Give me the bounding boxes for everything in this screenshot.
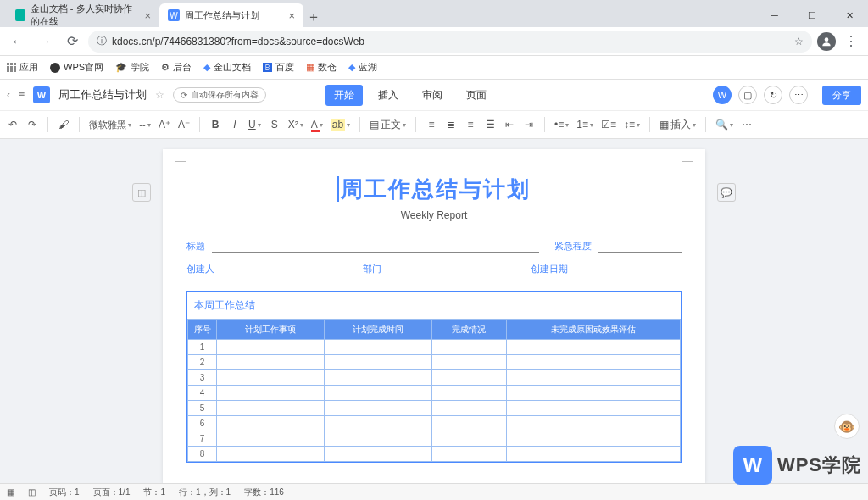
tab-review[interactable]: 审阅 [414,85,451,106]
cell[interactable] [324,370,431,386]
increase-font-button[interactable]: A⁺ [159,119,170,131]
browser-menu-button[interactable]: ⋮ [841,33,861,49]
bookmark-item[interactable]: 🎓学院 [115,61,149,74]
cell[interactable] [506,386,680,401]
highlight-button[interactable]: ab▾ [331,119,350,131]
align-left-button[interactable]: ≡ [426,119,437,131]
line-spacing-button[interactable]: ↕≡▾ [624,119,640,131]
page-subtitle[interactable]: Weekly Report [186,209,682,221]
history-icon[interactable]: ↻ [764,86,782,104]
cell[interactable] [431,340,506,355]
cell[interactable] [217,386,325,401]
font-family-select[interactable]: 微软雅黑▾ [89,119,131,131]
underline-button[interactable]: U▾ [248,119,261,131]
field-input[interactable] [221,264,348,275]
share-button[interactable]: 分享 [822,86,861,105]
browser-tab-0[interactable]: 金山文档 - 多人实时协作的在线 × [7,3,159,27]
section-weekly-summary[interactable]: 本周工作总结 序号 计划工作事项 计划完成时间 完成情况 未完成原因或效果评估 … [186,291,682,463]
table-row[interactable]: 7 [188,431,681,447]
cell[interactable] [324,431,431,447]
more-icon[interactable]: ⋯ [789,86,808,104]
bookmark-item[interactable]: 🅱百度 [263,61,294,74]
cell[interactable] [506,431,680,447]
cell[interactable] [506,401,680,416]
align-right-button[interactable]: ≡ [465,119,476,131]
forward-button[interactable]: → [34,31,56,53]
cell[interactable] [324,401,431,416]
reload-button[interactable]: ⟳ [61,31,83,53]
view-mode-icon[interactable]: ▦ [7,487,14,497]
bold-button[interactable]: B [209,119,221,131]
back-chevron-icon[interactable]: ‹ [7,89,10,101]
close-icon[interactable]: × [288,9,295,22]
cell[interactable] [217,340,325,355]
field-input[interactable] [388,264,515,275]
favorite-star-icon[interactable]: ☆ [155,89,164,101]
numbered-list-button[interactable]: 1≡▾ [576,119,593,131]
decrease-font-button[interactable]: A⁻ [178,119,190,131]
tab-start[interactable]: 开始 [326,85,363,106]
redo-button[interactable]: ↷ [26,119,38,131]
bookmark-item[interactable]: ▦数仓 [306,61,337,74]
outline-toggle-icon[interactable]: ◫ [132,183,151,202]
maximize-button[interactable]: ☐ [793,3,831,27]
status-word-count[interactable]: 字数：116 [244,486,284,498]
cell[interactable] [431,416,506,431]
paragraph-style-select[interactable]: ▤ 正文▾ [370,118,406,132]
table-row[interactable]: 2 [188,355,681,370]
cell[interactable] [431,401,506,416]
table-row[interactable]: 1 [188,340,681,355]
format-painter-button[interactable]: 🖌 [58,119,70,131]
table-row[interactable]: 6 [188,416,681,431]
table-row[interactable]: 8 [188,447,681,462]
profile-avatar[interactable] [817,32,836,51]
cell[interactable] [506,416,680,431]
cell[interactable] [217,355,325,370]
minimize-button[interactable]: ─ [756,3,793,27]
menu-icon[interactable]: ≡ [19,89,25,101]
superscript-button[interactable]: X²▾ [288,119,303,131]
summary-table[interactable]: 序号 计划工作事项 计划完成时间 完成情况 未完成原因或效果评估 1234567… [187,319,681,462]
wps-logo-icon[interactable]: W [713,86,732,104]
comment-toggle-icon[interactable]: 💬 [717,183,736,202]
browser-tab-1[interactable]: W 周工作总结与计划 × [159,3,303,27]
cell[interactable] [217,416,325,431]
checklist-button[interactable]: ☑≡ [601,119,616,131]
bookmark-star-icon[interactable]: ☆ [794,36,804,47]
back-button[interactable]: ← [7,31,29,53]
cell[interactable] [324,386,431,401]
tab-page[interactable]: 页面 [458,85,495,106]
cell[interactable] [324,447,431,462]
cell[interactable] [506,447,680,462]
new-tab-button[interactable]: ＋ [303,7,324,27]
cell[interactable] [431,370,506,386]
close-window-button[interactable]: ✕ [831,3,868,27]
status-page-nav[interactable]: 页码：1 [49,486,80,498]
form-area[interactable]: 标题 紧急程度 创建人 部门 创建日期 [186,240,682,275]
font-size-select[interactable]: --▾ [139,119,151,130]
cell[interactable] [506,355,680,370]
document-canvas[interactable]: ◫ 💬 周工作总结与计划 Weekly Report 标题 紧急程度 创建人 部… [0,139,868,483]
bookmark-item[interactable]: ⚙后台 [161,61,192,74]
cast-icon[interactable]: ▢ [738,86,757,104]
undo-button[interactable]: ↶ [7,119,19,131]
cell[interactable] [217,370,325,386]
tab-insert[interactable]: 插入 [370,85,407,106]
bookmark-item[interactable]: WPS官网 [50,61,103,74]
bookmark-item[interactable]: ◆蓝湖 [348,61,377,74]
page-title[interactable]: 周工作总结与计划 [186,175,682,204]
url-input[interactable]: ⓘ kdocs.cn/p/74466831380?from=docs&sourc… [88,31,812,53]
table-row[interactable]: 5 [188,401,681,416]
cell[interactable] [431,386,506,401]
cell[interactable] [506,340,680,355]
cell[interactable] [431,447,506,462]
find-button[interactable]: 🔍▾ [715,119,733,131]
document-title[interactable]: 周工作总结与计划 [58,87,147,103]
outline-icon[interactable]: ◫ [28,487,36,497]
cell[interactable] [324,340,431,355]
cell[interactable] [431,431,506,447]
autosave-indicator[interactable]: ⟳自动保存所有内容 [173,87,266,103]
document-page[interactable]: ◫ 💬 周工作总结与计划 Weekly Report 标题 紧急程度 创建人 部… [163,149,705,483]
insert-dropdown[interactable]: ▦ 插入▾ [659,118,696,132]
italic-button[interactable]: I [229,119,241,131]
